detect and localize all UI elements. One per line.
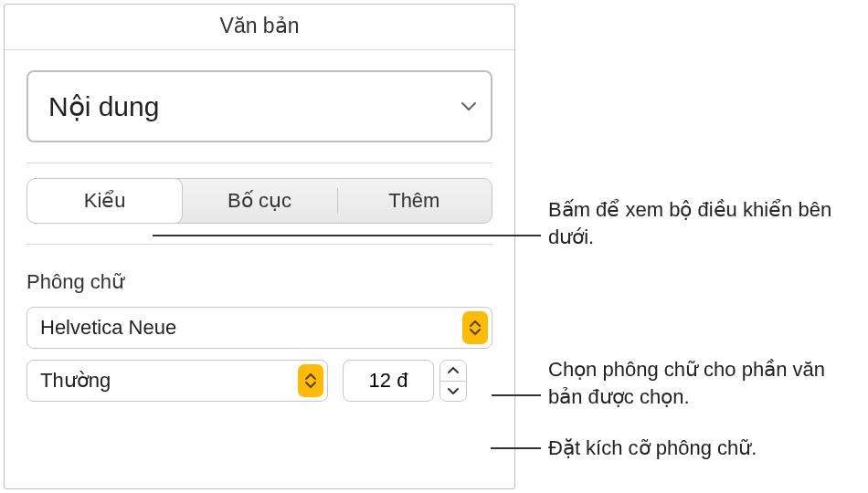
divider bbox=[26, 244, 492, 245]
chevron-down-icon bbox=[461, 102, 476, 111]
callout-line bbox=[491, 447, 541, 449]
callout-font-family: Chọn phông chữ cho phần văn bản được chọ… bbox=[548, 356, 859, 410]
callout-line bbox=[153, 235, 541, 236]
divider bbox=[26, 163, 492, 163]
font-style-popup[interactable]: Thường bbox=[26, 360, 328, 402]
callout-font-size: Đặt kích cỡ phông chữ. bbox=[548, 435, 850, 462]
stepper-buttons bbox=[439, 360, 467, 402]
tab-layout[interactable]: Bố cục bbox=[182, 179, 336, 223]
updown-icon bbox=[298, 364, 323, 397]
updown-icon bbox=[462, 311, 488, 344]
font-size-input[interactable]: 12 đ bbox=[343, 360, 434, 402]
paragraph-style-popup[interactable]: Nội dung bbox=[26, 70, 492, 142]
font-style-value: Thường bbox=[40, 369, 298, 393]
callout-segmented: Bấm để xem bộ điều khiển bên dưới. bbox=[548, 196, 841, 250]
panel-title: Văn bản bbox=[5, 5, 514, 50]
text-inspector-panel: Văn bản Nội dung Kiểu Bố cục Thêm Phông … bbox=[4, 4, 515, 489]
tab-more[interactable]: Thêm bbox=[337, 179, 492, 223]
font-size-value: 12 đ bbox=[369, 369, 408, 393]
chevron-up-icon bbox=[448, 367, 459, 374]
font-section-label: Phông chữ bbox=[26, 270, 492, 294]
paragraph-style-label: Nội dung bbox=[48, 90, 159, 122]
chevron-down-icon bbox=[448, 387, 459, 394]
callout-line bbox=[492, 394, 541, 396]
format-segmented-control: Kiểu Bố cục Thêm bbox=[26, 178, 492, 224]
stepper-up-button[interactable] bbox=[440, 361, 466, 381]
font-family-value: Helvetica Neue bbox=[40, 316, 462, 340]
font-size-stepper: 12 đ bbox=[343, 360, 467, 402]
tab-style[interactable]: Kiểu bbox=[27, 179, 182, 223]
font-family-popup[interactable]: Helvetica Neue bbox=[26, 307, 492, 349]
stepper-down-button[interactable] bbox=[440, 381, 466, 402]
